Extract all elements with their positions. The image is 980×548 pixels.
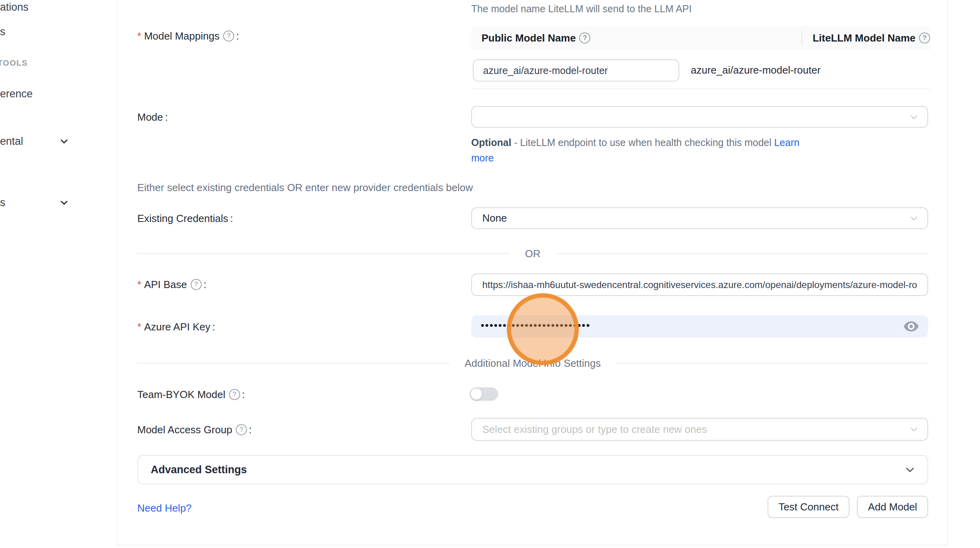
additional-settings-divider: Additional Model Info Settings	[137, 358, 928, 369]
azure-api-key-input[interactable]: •••••••••••••••••••••••••	[471, 315, 928, 338]
credentials-note: Either select existing credentials OR en…	[137, 182, 473, 194]
add-model-button[interactable]: Add Model	[857, 496, 928, 518]
public-model-name-input[interactable]: azure_ai/azure-model-router	[473, 59, 679, 82]
chevron-down-icon	[59, 198, 69, 207]
sidebar-item-label: s	[0, 26, 6, 38]
sidebar-item-ental[interactable]: ental	[0, 135, 23, 148]
advanced-settings-panel[interactable]: Advanced Settings	[137, 455, 928, 484]
sidebar: ations s TOOLS erence ental s	[0, 0, 117, 548]
sidebar-section-label: TOOLS	[0, 59, 28, 67]
help-icon[interactable]: ?	[236, 424, 247, 435]
sidebar-item-s2[interactable]: s	[0, 196, 6, 209]
or-divider: OR	[137, 248, 928, 259]
model-name-hint: The model name LiteLLM will send to the …	[471, 3, 692, 15]
model-access-group-select[interactable]: Select existing groups or type to create…	[471, 418, 928, 441]
additional-settings-divider-label: Additional Model Info Settings	[465, 357, 601, 370]
model-access-group-label: Model Access Group ? :	[137, 424, 252, 436]
help-icon[interactable]: ?	[223, 30, 234, 42]
team-byok-toggle[interactable]	[470, 387, 498, 401]
header-cell-litellm-model-name: LiteLLM Model Name ?	[802, 32, 930, 44]
help-icon[interactable]: ?	[579, 32, 590, 44]
mode-select[interactable]	[471, 106, 928, 128]
sidebar-item-label: s	[0, 197, 6, 209]
or-divider-label: OR	[525, 248, 540, 260]
sidebar-item-label: erence	[0, 88, 33, 100]
existing-credentials-select[interactable]: None	[471, 207, 928, 229]
chevron-down-icon	[59, 137, 69, 146]
sidebar-section-tools: TOOLS	[0, 59, 28, 68]
api-base-label: * API Base ? :	[137, 279, 207, 290]
chevron-down-icon	[909, 214, 919, 223]
mode-help-text: Optional - LiteLLM endpoint to use when …	[471, 135, 800, 166]
help-icon[interactable]: ?	[919, 32, 930, 44]
help-icon[interactable]: ?	[191, 279, 202, 290]
header-cell-public-model-name: Public Model Name ?	[471, 32, 802, 44]
sidebar-item-ations[interactable]: ations	[0, 1, 28, 13]
sidebar-item-label: ations	[0, 1, 28, 13]
sidebar-item-erence[interactable]: erence	[0, 87, 33, 100]
required-asterisk: *	[137, 321, 141, 333]
add-model-screen: ations s TOOLS erence ental s The model …	[0, 0, 980, 548]
litellm-model-name-value: azure_ai/azure-model-router	[691, 64, 821, 76]
required-asterisk: *	[137, 279, 141, 290]
sidebar-item-s1[interactable]: s	[0, 25, 6, 38]
toggle-knob	[471, 389, 482, 400]
help-icon[interactable]: ?	[229, 389, 240, 400]
model-mappings-table-header: Public Model Name ? LiteLLM Model Name ?	[471, 26, 930, 50]
api-base-input[interactable]: https://ishaa-mh6uutut-swedencentral.cog…	[471, 273, 928, 296]
sidebar-item-label: ental	[0, 135, 23, 148]
model-mappings-label: * Model Mappings ? :	[137, 30, 239, 42]
team-byok-label: Team-BYOK Model ? :	[137, 389, 245, 400]
masked-api-key-value: •••••••••••••••••••••••••	[481, 319, 591, 332]
chevron-down-icon	[909, 112, 919, 122]
chevron-down-icon	[904, 464, 916, 475]
model-mappings-table-row: azure_ai/azure-model-router azure_ai/azu…	[471, 50, 930, 89]
test-connect-button[interactable]: Test Connect	[768, 496, 849, 518]
advanced-settings-title: Advanced Settings	[151, 464, 247, 476]
existing-credentials-label: Existing Credentials :	[137, 212, 233, 224]
add-model-form-panel: The model name LiteLLM will send to the …	[117, 0, 948, 545]
need-help-link[interactable]: Need Help?	[137, 502, 191, 514]
eye-icon[interactable]	[903, 320, 919, 333]
chevron-down-icon	[909, 425, 919, 434]
required-asterisk: *	[137, 30, 141, 42]
mode-label: Mode :	[137, 111, 168, 123]
azure-api-key-label: * Azure API Key :	[137, 321, 215, 333]
